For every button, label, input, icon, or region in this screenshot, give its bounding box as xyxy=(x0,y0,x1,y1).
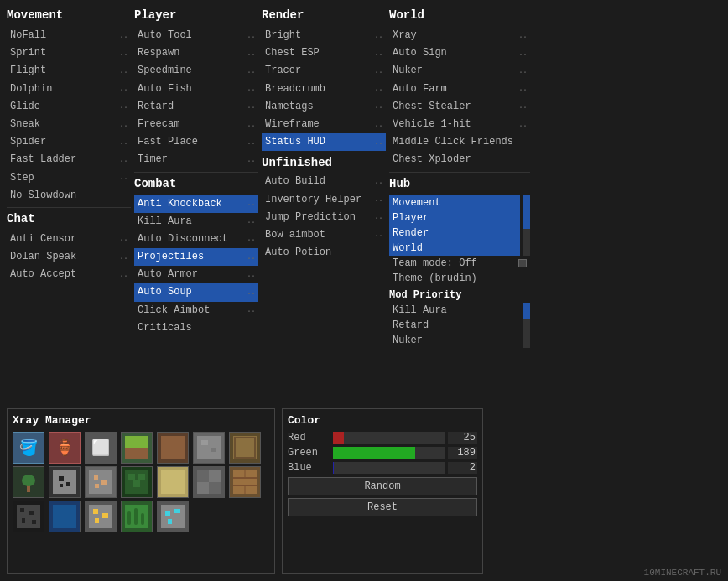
item-auto-armor[interactable]: Auto Armor.. xyxy=(134,266,258,283)
item-fast-ladder[interactable]: Fast Ladder.. xyxy=(7,151,131,169)
item-nametags[interactable]: Nametags.. xyxy=(262,98,386,116)
red-label: Red xyxy=(288,432,330,444)
item-auto-disconnect[interactable]: Auto Disconnect.. xyxy=(134,231,258,248)
reset-button[interactable]: Reset xyxy=(288,498,477,516)
item-auto-farm[interactable]: Auto Farm.. xyxy=(389,80,530,98)
item-projectiles[interactable]: Projectiles.. xyxy=(134,248,258,266)
item-criticals[interactable]: Criticals xyxy=(134,319,258,337)
divider-1 xyxy=(7,207,131,208)
item-inventory-helper[interactable]: Inventory Helper.. xyxy=(262,191,386,209)
team-mode-row[interactable]: Team mode: Off xyxy=(389,256,530,271)
item-nuker[interactable]: Nuker.. xyxy=(389,62,530,80)
svg-rect-17 xyxy=(95,484,99,488)
hub-header: Hub xyxy=(389,175,530,192)
item-auto-soup[interactable]: Auto Soup.. xyxy=(134,283,258,301)
color-header: Color xyxy=(288,414,477,427)
svg-point-9 xyxy=(22,475,35,486)
item-auto-fish[interactable]: Auto Fish.. xyxy=(134,80,258,98)
item-dolphin[interactable]: Dolphin.. xyxy=(7,80,131,98)
item-auto-build[interactable]: Auto Build.. xyxy=(262,173,386,190)
xray-block-stone[interactable]: ⬜ xyxy=(85,432,117,464)
item-jump-prediction[interactable]: Jump Prediction.. xyxy=(262,209,386,226)
red-slider[interactable] xyxy=(333,432,445,444)
xray-block-cobble[interactable] xyxy=(193,466,225,498)
svg-rect-10 xyxy=(53,470,76,494)
green-value: 189 xyxy=(448,447,477,459)
item-click-aimbot[interactable]: Click Aimbot.. xyxy=(134,302,258,319)
xray-block-planks[interactable] xyxy=(229,466,261,498)
item-anti-knockback[interactable]: Anti Knockback.. xyxy=(134,195,258,213)
item-status-hud[interactable]: Status HUD.. xyxy=(262,133,386,151)
xray-block-diamond-ore[interactable] xyxy=(157,501,189,532)
item-freecam[interactable]: Freecam.. xyxy=(134,116,258,133)
item-anti-censor[interactable]: Anti Censor.. xyxy=(7,231,131,248)
priority-retard[interactable]: Retard xyxy=(389,318,520,333)
xray-block-gravel[interactable] xyxy=(193,432,225,464)
item-dolan-speak[interactable]: Dolan Speak.. xyxy=(7,248,131,266)
xray-block-bedrock[interactable] xyxy=(13,501,44,532)
svg-rect-42 xyxy=(127,511,131,525)
hub-item-render[interactable]: Render xyxy=(389,226,520,241)
theme-row[interactable]: Theme (brudin) xyxy=(389,271,530,286)
priority-kill-aura[interactable]: Kill Aura xyxy=(389,303,520,318)
xray-block-iron-ore[interactable] xyxy=(85,466,117,498)
item-breadcrumb[interactable]: Breadcrumb.. xyxy=(262,80,386,98)
item-auto-potion[interactable]: Auto Potion xyxy=(262,244,386,262)
item-chest-xploder[interactable]: Chest Xploder xyxy=(389,151,530,169)
item-timer[interactable]: Timer.. xyxy=(134,151,258,169)
random-button[interactable]: Random xyxy=(288,477,477,495)
red-value: 25 xyxy=(448,432,477,444)
xray-block-gold-ore[interactable] xyxy=(85,501,117,532)
item-retard[interactable]: Retard.. xyxy=(134,98,258,116)
green-slider[interactable] xyxy=(333,447,445,459)
item-auto-accept[interactable]: Auto Accept.. xyxy=(7,266,131,283)
hub-item-movement[interactable]: Movement xyxy=(389,195,520,210)
blue-slider[interactable] xyxy=(333,462,445,474)
priority-nuker[interactable]: Nuker xyxy=(389,333,520,348)
item-auto-sign[interactable]: Auto Sign.. xyxy=(389,44,530,62)
green-label: Green xyxy=(288,447,330,459)
xray-block-dirt[interactable] xyxy=(157,432,189,464)
item-sneak[interactable]: Sneak.. xyxy=(7,116,131,133)
item-bright[interactable]: Bright.. xyxy=(262,27,386,44)
hub-item-player[interactable]: Player xyxy=(389,210,520,226)
svg-rect-43 xyxy=(134,508,138,525)
xray-block-bucket[interactable]: 🪣 xyxy=(13,432,44,464)
item-wireframe[interactable]: Wireframe.. xyxy=(262,116,386,133)
item-glide[interactable]: Glide.. xyxy=(7,98,131,116)
item-speedmine[interactable]: Speedmine.. xyxy=(134,62,258,80)
item-tracer[interactable]: Tracer.. xyxy=(262,62,386,80)
xray-block-grass[interactable] xyxy=(121,432,153,464)
svg-rect-47 xyxy=(174,509,180,513)
hub-item-world[interactable]: World xyxy=(389,241,520,256)
item-kill-aura[interactable]: Kill Aura.. xyxy=(134,213,258,231)
item-chest-esp[interactable]: Chest ESP.. xyxy=(262,44,386,62)
item-fast-place[interactable]: Fast Place.. xyxy=(134,133,258,151)
xray-block-grass2[interactable] xyxy=(121,501,153,532)
team-mode-toggle[interactable] xyxy=(518,259,527,267)
item-vehicle-1hit[interactable]: Vehicle 1-hit.. xyxy=(389,116,530,133)
xray-block-pot[interactable]: 🏺 xyxy=(49,432,81,464)
player-header: Player xyxy=(134,7,258,23)
item-chest-stealer[interactable]: Chest Stealer.. xyxy=(389,98,530,116)
item-step[interactable]: Step.. xyxy=(7,169,131,187)
item-xray[interactable]: Xray.. xyxy=(389,27,530,44)
item-middle-click-friends[interactable]: Middle Click Friends xyxy=(389,133,530,151)
svg-rect-38 xyxy=(93,509,98,514)
item-spider[interactable]: Spider.. xyxy=(7,133,131,151)
item-respawn[interactable]: Respawn.. xyxy=(134,44,258,62)
xray-block-sapling[interactable] xyxy=(13,466,44,498)
item-nofall[interactable]: NoFall.. xyxy=(7,27,131,44)
xray-block-water[interactable] xyxy=(49,501,81,532)
xray-block-wood[interactable] xyxy=(229,432,261,464)
xray-block-sand[interactable] xyxy=(157,466,189,498)
xray-block-coal[interactable] xyxy=(49,466,81,498)
item-sprint[interactable]: Sprint.. xyxy=(7,44,131,62)
item-no-slowdown[interactable]: No Slowdown xyxy=(7,187,131,205)
render-header: Render xyxy=(262,7,386,23)
svg-rect-15 xyxy=(94,475,98,480)
xray-block-leaves[interactable] xyxy=(121,466,153,498)
item-auto-tool[interactable]: Auto Tool.. xyxy=(134,27,258,44)
item-bow-aimbot[interactable]: Bow aimbot.. xyxy=(262,226,386,244)
item-flight[interactable]: Flight.. xyxy=(7,62,131,80)
